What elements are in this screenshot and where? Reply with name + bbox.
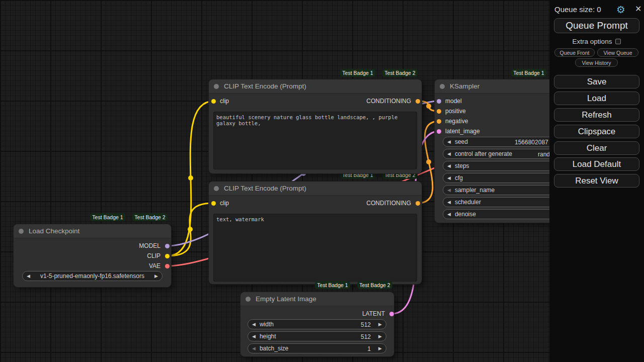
port-label: positive — [445, 108, 466, 115]
vae-output-port[interactable] — [165, 264, 170, 268]
width-value: 512 — [361, 320, 371, 329]
prompt-textarea[interactable]: beautiful scenery nature glass bottle la… — [213, 112, 417, 169]
ckpt-name-widget[interactable]: ◀ v1-5-pruned-emaonly-fp16.safetensors ▶ — [22, 271, 163, 281]
view-history-button[interactable]: View History — [575, 58, 618, 67]
clip-output-port[interactable] — [165, 254, 170, 258]
seed-value: 1566802087 — [515, 137, 548, 147]
view-queue-button[interactable]: View Queue — [597, 48, 638, 57]
load-default-button[interactable]: Load Default — [554, 157, 639, 171]
node-empty-latent-image[interactable]: Empty Latent Image LATENT ◀ width 512 ▶ … — [240, 292, 394, 356]
decrement-icon[interactable]: ◀ — [447, 188, 451, 193]
close-icon[interactable]: ✕ — [635, 4, 641, 14]
widget-label: batch_size — [260, 345, 288, 352]
node-title: Empty Latent Image — [256, 295, 316, 303]
clear-button[interactable]: Clear — [554, 141, 639, 155]
widget-label: seed — [455, 138, 468, 145]
widget-label: height — [260, 333, 276, 340]
prompt-textarea[interactable]: text, watermark — [213, 214, 417, 282]
widget-label: denoise — [455, 211, 476, 218]
height-value: 512 — [361, 332, 371, 341]
link-dot[interactable] — [426, 104, 431, 109]
clip-input-port[interactable] — [211, 99, 216, 104]
node-title: CLIP Text Encode (Prompt) — [224, 185, 306, 192]
node-clip-text-encode-positive[interactable]: CLIP Text Encode (Prompt) clip CONDITION… — [209, 79, 422, 173]
latent-output-port[interactable] — [389, 312, 394, 316]
decrement-icon[interactable]: ◀ — [447, 163, 451, 168]
link-dot[interactable] — [188, 227, 193, 232]
increment-icon[interactable]: ▶ — [378, 322, 382, 327]
collapse-dot-icon[interactable] — [214, 84, 219, 89]
collapse-dot-icon[interactable] — [440, 84, 445, 89]
negative-input-port[interactable] — [437, 119, 441, 124]
load-button[interactable]: Load — [554, 92, 639, 105]
positive-input-port[interactable] — [437, 109, 441, 114]
model-input-port[interactable] — [437, 99, 441, 104]
badge: Test Badge 1 — [511, 69, 546, 77]
increment-icon[interactable]: ▶ — [154, 274, 158, 279]
batch-size-value: 1 — [367, 344, 371, 353]
increment-icon[interactable]: ▶ — [378, 334, 382, 339]
height-widget[interactable]: ◀ height 512 ▶ — [248, 331, 386, 341]
port-label: clip — [220, 200, 229, 207]
extra-options-checkbox[interactable] — [615, 39, 621, 44]
clipspace-button[interactable]: Clipspace — [554, 125, 639, 138]
widget-label: control after generate — [455, 150, 512, 157]
badge: Test Badge 2 — [382, 69, 418, 77]
link-dot[interactable] — [426, 159, 431, 164]
extra-options-label: Extra options — [573, 38, 612, 45]
widget-label: sampler_name — [455, 187, 495, 194]
latent-image-input-port[interactable] — [437, 129, 441, 134]
decrement-icon[interactable]: ◀ — [447, 139, 451, 144]
port-label: MODEL — [139, 242, 160, 249]
node-graph-canvas[interactable]: Test Badge 1 Test Badge 2 CLIP Text Enco… — [0, 0, 644, 362]
port-label: negative — [445, 118, 468, 125]
reset-view-button[interactable]: Reset View — [554, 174, 639, 188]
widget-label: scheduler — [455, 199, 481, 206]
queue-front-button[interactable]: Queue Front — [554, 48, 595, 57]
settings-gear-icon[interactable]: ⚙ — [616, 4, 625, 16]
widget-label: width — [260, 321, 274, 328]
decrement-icon[interactable]: ◀ — [447, 212, 451, 217]
batch-size-widget[interactable]: ◀ batch_size 1 ▶ — [248, 343, 386, 353]
decrement-icon[interactable]: ◀ — [252, 334, 256, 339]
decrement-icon[interactable]: ◀ — [447, 200, 451, 205]
port-label: model — [445, 98, 462, 105]
increment-icon[interactable]: ▶ — [378, 346, 382, 351]
refresh-button[interactable]: Refresh — [554, 108, 639, 122]
decrement-icon[interactable]: ◀ — [27, 274, 30, 279]
conditioning-output-port[interactable] — [416, 201, 420, 206]
widget-label: steps — [455, 162, 469, 169]
port-label: latent_image — [445, 128, 480, 135]
node-load-checkpoint[interactable]: Load Checkpoint MODEL CLIP VAE ◀ v1-5-pr… — [14, 224, 171, 287]
port-label: CONDITIONING — [366, 98, 411, 105]
collapse-dot-icon[interactable] — [246, 297, 251, 302]
queue-size-label: Queue size: 0 — [554, 5, 601, 14]
decrement-icon[interactable]: ◀ — [447, 175, 451, 180]
port-label: CONDITIONING — [366, 200, 411, 207]
control-after-generate-value: rand — [538, 149, 550, 159]
badge: Test Badge 1 — [340, 69, 375, 77]
model-output-port[interactable] — [165, 244, 170, 248]
ckpt-name-value: v1-5-pruned-emaonly-fp16.safetensors — [40, 273, 144, 280]
clip-input-port[interactable] — [211, 201, 216, 206]
conditioning-output-port[interactable] — [416, 99, 420, 104]
decrement-icon[interactable]: ◀ — [252, 322, 256, 327]
link-dot[interactable] — [188, 175, 193, 180]
queue-prompt-button[interactable]: Queue Prompt — [554, 18, 639, 33]
link-clip-to-positive-prompt — [168, 101, 214, 256]
decrement-icon[interactable]: ◀ — [447, 151, 451, 156]
save-button[interactable]: Save — [554, 75, 639, 88]
widget-label: cfg — [455, 174, 463, 182]
port-label: clip — [220, 98, 229, 105]
decrement-icon[interactable]: ◀ — [252, 346, 256, 351]
collapse-dot-icon[interactable] — [19, 229, 24, 234]
node-title: KSampler — [450, 82, 479, 90]
node-title: CLIP Text Encode (Prompt) — [224, 82, 306, 90]
comfy-menu-panel: Queue size: 0 ⚙ ✕ Queue Prompt Extra opt… — [549, 0, 644, 362]
width-widget[interactable]: ◀ width 512 ▶ — [248, 319, 386, 329]
link-clip-to-negative-prompt — [168, 203, 213, 256]
node-title: Load Checkpoint — [29, 227, 79, 235]
badge: Test Badge 1 — [90, 213, 125, 221]
node-clip-text-encode-negative[interactable]: CLIP Text Encode (Prompt) clip CONDITION… — [209, 182, 422, 284]
collapse-dot-icon[interactable] — [214, 186, 219, 191]
